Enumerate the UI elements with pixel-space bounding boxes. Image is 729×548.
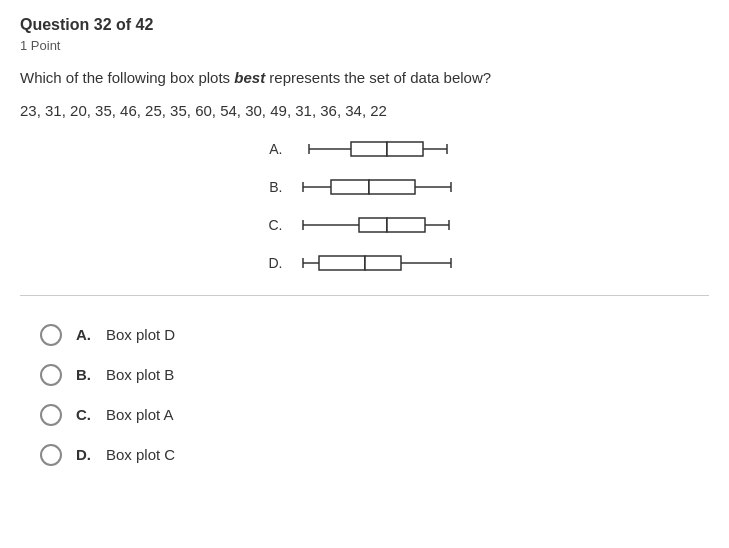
plot-label-d: D. (261, 255, 283, 271)
answer-text-a: Box plot D (106, 326, 175, 343)
points-label: 1 Point (20, 38, 709, 53)
box-plots-area: A. B. (20, 135, 709, 277)
answer-options: A. Box plot D B. Box plot B C. Box plot … (20, 314, 709, 466)
plot-label-a: A. (261, 141, 283, 157)
question-text-italic: best (234, 69, 265, 86)
answer-letter-b: B. (76, 366, 92, 383)
plot-label-b: B. (261, 179, 283, 195)
radio-b[interactable] (40, 364, 62, 386)
svg-rect-9 (331, 180, 369, 194)
question-text-before: Which of the following box plots (20, 69, 234, 86)
answer-letter-a: A. (76, 326, 92, 343)
radio-a[interactable] (40, 324, 62, 346)
svg-rect-4 (387, 142, 423, 156)
radio-c[interactable] (40, 404, 62, 426)
answer-option-c[interactable]: C. Box plot A (40, 404, 709, 426)
svg-rect-16 (359, 218, 387, 232)
box-plot-row-c: C. (261, 211, 469, 239)
svg-rect-11 (369, 180, 415, 194)
plot-label-c: C. (261, 217, 283, 233)
box-plot-row-a: A. (261, 135, 469, 163)
radio-d[interactable] (40, 444, 62, 466)
svg-rect-25 (365, 256, 401, 270)
answer-text-b: Box plot B (106, 366, 174, 383)
box-plot-b (289, 173, 469, 201)
svg-rect-18 (387, 218, 425, 232)
box-plot-d (289, 249, 469, 277)
box-plot-c (289, 211, 469, 239)
data-set: 23, 31, 20, 35, 46, 25, 35, 60, 54, 30, … (20, 102, 709, 119)
box-plot-a (289, 135, 469, 163)
box-plot-row-d: D. (261, 249, 469, 277)
question-text: Which of the following box plots best re… (20, 67, 709, 90)
answer-option-d[interactable]: D. Box plot C (40, 444, 709, 466)
svg-rect-2 (351, 142, 387, 156)
answer-text-d: Box plot C (106, 446, 175, 463)
answer-letter-d: D. (76, 446, 92, 463)
question-text-after: represents the set of data below? (265, 69, 491, 86)
answer-option-a[interactable]: A. Box plot D (40, 324, 709, 346)
question-header: Question 32 of 42 (20, 16, 709, 34)
section-divider (20, 295, 709, 296)
answer-letter-c: C. (76, 406, 92, 423)
svg-rect-23 (319, 256, 365, 270)
answer-option-b[interactable]: B. Box plot B (40, 364, 709, 386)
answer-text-c: Box plot A (106, 406, 174, 423)
box-plot-row-b: B. (261, 173, 469, 201)
